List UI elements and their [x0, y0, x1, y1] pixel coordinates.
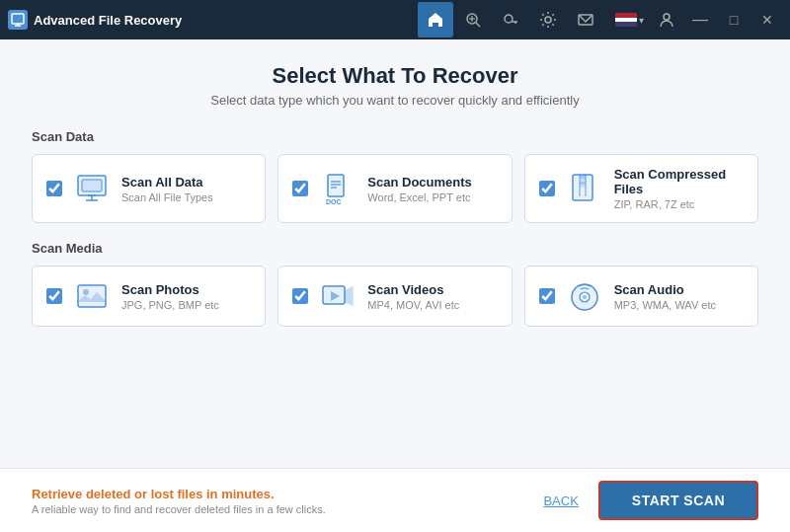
- back-button[interactable]: BACK: [543, 494, 578, 508]
- document-icon: DOC: [320, 171, 356, 206]
- title-bar: Advanced File Recovery: [0, 0, 790, 39]
- scan-documents-subtitle: Word, Excel, PPT etc: [367, 191, 471, 203]
- scan-compressed-text: Scan Compressed Files ZIP, RAR, 7Z etc: [614, 167, 744, 210]
- footer-right: BACK START SCAN: [543, 481, 758, 520]
- nav-settings[interactable]: [530, 2, 566, 38]
- zip-icon: [567, 171, 602, 206]
- scan-documents-card[interactable]: DOC Scan Documents Word, Excel, PPT etc: [277, 154, 512, 223]
- footer: Retrieve deleted or lost files in minute…: [0, 468, 790, 532]
- scan-photos-text: Scan Photos JPG, PNG, BMP etc: [121, 282, 219, 311]
- title-bar-nav: [418, 2, 603, 38]
- scan-photos-checkbox[interactable]: [46, 288, 62, 304]
- minimize-button[interactable]: —: [685, 5, 715, 35]
- scan-audio-card[interactable]: Scan Audio MP3, WMA, WAV etc: [524, 266, 758, 327]
- svg-rect-0: [12, 14, 24, 24]
- svg-rect-26: [580, 179, 586, 182]
- svg-point-32: [83, 289, 89, 295]
- scan-data-grid: Scan All Data Scan All File Types DOC: [32, 154, 758, 223]
- svg-rect-31: [78, 285, 106, 307]
- svg-rect-19: [328, 175, 344, 196]
- svg-rect-14: [82, 180, 102, 191]
- svg-point-12: [664, 14, 670, 20]
- language-selector[interactable]: ▾: [611, 11, 648, 29]
- scan-compressed-checkbox[interactable]: [539, 181, 555, 196]
- nav-key[interactable]: [493, 2, 528, 38]
- scan-media-label: Scan Media: [32, 241, 758, 256]
- svg-text:DOC: DOC: [326, 198, 342, 205]
- app-title: Advanced File Recovery: [34, 13, 182, 28]
- scan-audio-text: Scan Audio MP3, WMA, WAV etc: [614, 282, 716, 311]
- scan-compressed-card[interactable]: Scan Compressed Files ZIP, RAR, 7Z etc: [524, 154, 758, 223]
- scan-photos-card[interactable]: Scan Photos JPG, PNG, BMP etc: [32, 266, 266, 327]
- svg-point-7: [505, 15, 513, 23]
- footer-sub-text: A reliable way to find and recover delet…: [32, 503, 326, 515]
- main-content: Select What To Recover Select data type …: [0, 39, 790, 468]
- page-subtitle: Select data type which you want to recov…: [32, 93, 758, 108]
- scan-audio-checkbox[interactable]: [539, 288, 555, 304]
- audio-icon: [567, 278, 602, 314]
- monitor-icon: [74, 171, 110, 206]
- title-bar-right: ▾ — □ ✕: [611, 5, 782, 35]
- nav-email[interactable]: [568, 2, 603, 38]
- footer-main-text: Retrieve deleted or lost files in minute…: [32, 487, 326, 501]
- scan-documents-checkbox[interactable]: [292, 181, 308, 196]
- svg-line-4: [476, 23, 480, 27]
- start-scan-button[interactable]: START SCAN: [598, 481, 758, 520]
- scan-documents-title: Scan Documents: [367, 175, 471, 190]
- scan-videos-title: Scan Videos: [367, 282, 459, 297]
- scan-compressed-subtitle: ZIP, RAR, 7Z etc: [614, 198, 744, 210]
- photo-icon: [74, 278, 110, 314]
- scan-audio-title: Scan Audio: [614, 282, 716, 297]
- scan-videos-subtitle: MP4, MOV, AVI etc: [367, 299, 459, 311]
- scan-audio-subtitle: MP3, WMA, WAV etc: [614, 299, 716, 311]
- svg-point-37: [583, 295, 587, 299]
- svg-rect-27: [580, 182, 586, 185]
- scan-media-grid: Scan Photos JPG, PNG, BMP etc Scan Video…: [32, 266, 758, 327]
- app-logo: Advanced File Recovery: [8, 10, 418, 30]
- maximize-button[interactable]: □: [719, 5, 749, 35]
- scan-videos-checkbox[interactable]: [292, 288, 308, 304]
- close-button[interactable]: ✕: [752, 5, 782, 35]
- scan-compressed-title: Scan Compressed Files: [614, 167, 744, 196]
- page-title: Select What To Recover: [32, 63, 758, 89]
- dropdown-arrow: ▾: [639, 15, 644, 26]
- scan-data-label: Scan Data: [32, 129, 758, 144]
- scan-media-section: Scan Media Scan Photos JPG, PNG, BMP etc: [32, 241, 758, 344]
- svg-rect-25: [580, 175, 586, 179]
- scan-all-data-title: Scan All Data: [121, 175, 213, 190]
- scan-all-data-card[interactable]: Scan All Data Scan All File Types: [32, 154, 266, 223]
- scan-documents-text: Scan Documents Word, Excel, PPT etc: [367, 175, 471, 203]
- scan-videos-text: Scan Videos MP4, MOV, AVI etc: [367, 282, 459, 311]
- nav-scan[interactable]: [455, 2, 491, 38]
- scan-photos-subtitle: JPG, PNG, BMP etc: [121, 299, 219, 311]
- scan-all-data-subtitle: Scan All File Types: [121, 191, 213, 203]
- app-icon: [8, 10, 28, 30]
- scan-photos-title: Scan Photos: [121, 282, 219, 297]
- video-icon: [320, 278, 356, 314]
- nav-home[interactable]: [418, 2, 453, 38]
- flag-icon: [615, 13, 637, 27]
- user-icon[interactable]: [652, 5, 681, 35]
- footer-left: Retrieve deleted or lost files in minute…: [32, 487, 326, 515]
- svg-point-10: [545, 17, 551, 23]
- scan-all-data-checkbox[interactable]: [46, 181, 62, 196]
- scan-videos-card[interactable]: Scan Videos MP4, MOV, AVI etc: [277, 266, 512, 327]
- scan-data-section: Scan Data Scan All Data: [32, 129, 758, 241]
- scan-all-data-text: Scan All Data Scan All File Types: [121, 175, 213, 203]
- svg-rect-28: [580, 185, 586, 188]
